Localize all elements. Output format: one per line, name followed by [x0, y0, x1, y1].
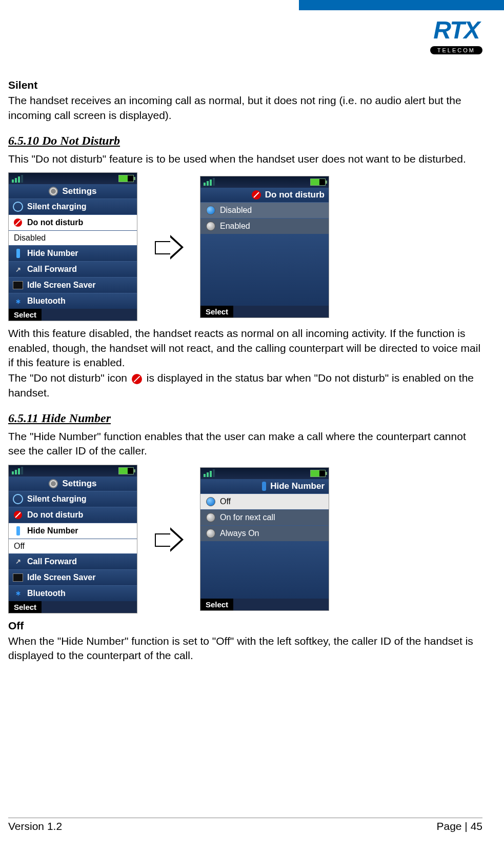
bluetooth-icon: ∗: [13, 588, 23, 599]
screen-title-text: Settings: [62, 186, 96, 196]
menu-item-screen-saver[interactable]: Idle Screen Saver: [9, 277, 137, 293]
radio-icon: [206, 529, 215, 538]
battery-icon: [310, 178, 326, 186]
menu-item-silent-charging[interactable]: Silent charging: [9, 491, 137, 507]
dnd-icon: [252, 190, 261, 200]
menu-item-dnd[interactable]: Do not disturb: [9, 507, 137, 523]
status-bar: [200, 468, 329, 479]
clock-icon: [13, 494, 23, 504]
forward-icon: ↗: [13, 264, 23, 274]
softkey-select[interactable]: Select: [200, 599, 233, 610]
dnd-icon: [132, 374, 142, 384]
menu-item-bluetooth[interactable]: ∗ Bluetooth: [9, 293, 137, 309]
radio-selected-icon: [206, 497, 215, 506]
screen-title: Settings: [9, 477, 137, 491]
figure-row-dnd: Settings Silent charging Do not disturb …: [8, 172, 482, 321]
menu-item-hide-number[interactable]: Hide Number: [9, 523, 137, 539]
radio-icon: [206, 513, 215, 522]
gear-icon: [49, 187, 58, 196]
logo: RTX TELECOM: [430, 18, 482, 55]
phone-settings-dnd: Settings Silent charging Do not disturb …: [8, 172, 137, 321]
radio-selected-icon: [206, 206, 215, 215]
screen-title: Do not disturb: [200, 188, 329, 202]
menu-item-call-forward[interactable]: ↗ Call Forward: [9, 261, 137, 277]
arrow-icon: [153, 523, 185, 555]
menu-item-dnd-value: Disabled: [9, 230, 137, 245]
logo-sub: TELECOM: [430, 46, 482, 54]
section-6511-intro: The "Hide Number" function enables that …: [8, 429, 482, 459]
section-6510-body2: The "Do not disturb" icon is displayed i…: [8, 371, 482, 400]
arrow-icon: [153, 231, 185, 263]
info-icon: [16, 526, 20, 535]
section-6510-intro: This "Do not disturb" feature is to be u…: [8, 152, 482, 166]
status-bar: [9, 173, 137, 184]
option-enabled[interactable]: Enabled: [200, 218, 329, 234]
screen-title-text: Do not disturb: [265, 190, 325, 200]
silent-heading: Silent: [8, 78, 482, 92]
radio-icon: [206, 222, 215, 231]
section-6511-heading: 6.5.11 Hide Number: [8, 411, 482, 425]
screen-empty-area: [200, 234, 329, 306]
softkey-select[interactable]: Select: [9, 601, 42, 613]
screen-icon: [13, 573, 23, 582]
silent-body: The handset receives an incoming call as…: [8, 93, 482, 123]
screen-title: Hide Number: [200, 479, 329, 493]
menu-item-dnd[interactable]: Do not disturb: [9, 214, 137, 230]
signal-icon: [204, 469, 215, 477]
softkey-select[interactable]: Select: [200, 306, 233, 318]
phone-hide-options: Hide Number Off On for next call Always …: [200, 467, 329, 611]
screen-icon: [13, 281, 23, 289]
page-footer: Version 1.2 Page | 45: [8, 818, 482, 832]
battery-icon: [310, 470, 326, 477]
gear-icon: [49, 479, 58, 488]
forward-icon: ↗: [13, 557, 23, 567]
screen-title-text: Hide Number: [270, 481, 325, 491]
signal-icon: [204, 178, 215, 186]
menu-item-screen-saver[interactable]: Idle Screen Saver: [9, 569, 137, 585]
section-6510-body1: With this feature disabled, the handset …: [8, 326, 482, 370]
dnd-icon: [14, 511, 22, 519]
phone-settings-hide: Settings Silent charging Do not disturb …: [8, 465, 137, 613]
signal-icon: [12, 175, 23, 183]
footer-version: Version 1.2: [8, 820, 62, 832]
battery-icon: [118, 467, 134, 474]
section-6510-heading: 6.5.10 Do Not Disturb: [8, 134, 482, 148]
menu-item-silent-charging[interactable]: Silent charging: [9, 199, 137, 214]
dnd-icon: [14, 219, 22, 227]
status-bar: [9, 465, 137, 477]
screen-title-text: Settings: [62, 479, 96, 489]
menu-item-bluetooth[interactable]: ∗ Bluetooth: [9, 585, 137, 601]
clock-icon: [13, 202, 23, 212]
menu-item-call-forward[interactable]: ↗ Call Forward: [9, 553, 137, 569]
header-accent-bar: [299, 0, 504, 10]
option-disabled[interactable]: Disabled: [200, 202, 329, 218]
menu-item-hide-value: Off: [9, 539, 137, 553]
off-body: When the "Hide Number" function is set t…: [8, 634, 482, 663]
off-heading: Off: [8, 619, 482, 633]
bluetooth-icon: ∗: [13, 296, 23, 306]
phone-dnd-options: Do not disturb Disabled Enabled Select: [200, 176, 329, 318]
figure-row-hide: Settings Silent charging Do not disturb …: [8, 465, 482, 613]
status-bar: [200, 176, 329, 188]
softkey-select[interactable]: Select: [9, 309, 42, 321]
logo-main: RTX: [430, 18, 482, 43]
info-icon: [16, 249, 20, 258]
screen-title: Settings: [9, 184, 137, 199]
option-always-on[interactable]: Always On: [200, 525, 329, 541]
battery-icon: [118, 175, 134, 182]
option-off[interactable]: Off: [200, 493, 329, 509]
option-on-next[interactable]: On for next call: [200, 509, 329, 525]
page-content: Silent The handset receives an incoming …: [8, 78, 482, 664]
screen-empty-area: [200, 541, 329, 599]
menu-item-hide-number[interactable]: Hide Number: [9, 245, 137, 261]
info-icon: [262, 482, 266, 491]
signal-icon: [12, 467, 23, 474]
footer-page: Page | 45: [436, 820, 482, 832]
